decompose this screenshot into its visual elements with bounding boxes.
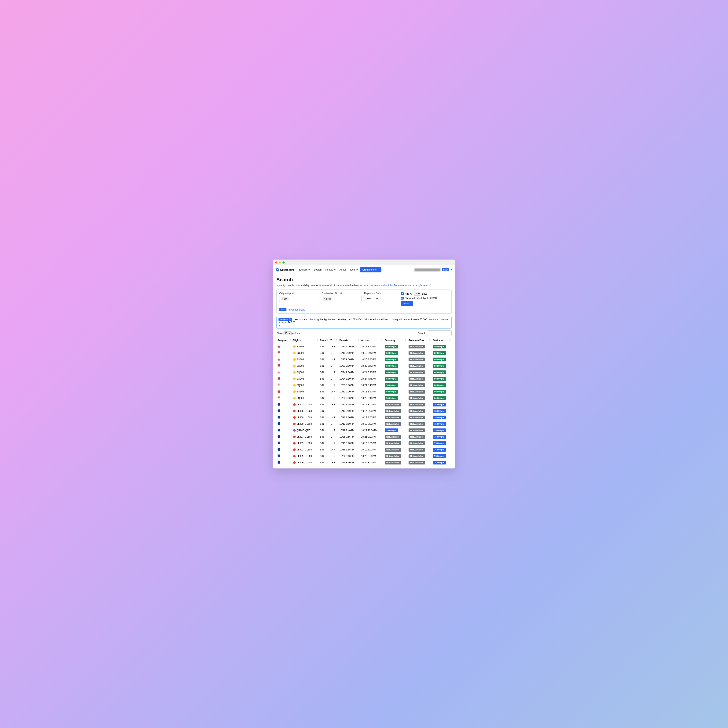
date-input[interactable] [364,296,398,301]
th-arrives[interactable]: Arrives [360,338,384,343]
search-button[interactable]: Search [401,301,413,306]
table-row[interactable]: 🔴UL309, UL503SINLHR10/16 8:10PM10/17 8:0… [277,414,451,421]
business-pill[interactable]: 80,000 pts [433,377,446,381]
premium-pill[interactable]: Not Available [408,435,425,439]
premium-pill[interactable]: Not Available [408,454,425,458]
premium-pill[interactable]: Not Available [408,377,425,381]
minimize-dot[interactable] [279,262,281,263]
table-row[interactable]: 🟣QR945, QR5SINLHR10/19 2:40AM10/19 10:00… [277,427,451,434]
table-row[interactable]: 🔴UL309, UL503SINLHR10/22 8:10PM10/23 8:0… [277,453,451,459]
swap-icon-2[interactable]: ⇄ [343,292,345,295]
days-select[interactable]: 7 [414,292,421,295]
table-row[interactable]: 🔴UL309, UL503SINLHR10/23 8:10PM10/24 8:0… [277,459,451,466]
business-pill[interactable]: 80,000 pts [433,370,446,374]
origin-input[interactable]: ×SIN [279,296,319,302]
table-row[interactable]: 🟡SQ306SINLHR10/24 1:10AM10/24 7:45AM50,0… [277,376,451,382]
premium-pill[interactable]: Not Available [408,461,425,465]
premium-pill[interactable]: Not Available [408,448,425,451]
premium-pill[interactable]: Not Available [408,409,425,413]
add-days-check[interactable]: Add +/- 7 days [401,292,449,295]
business-pill[interactable]: 80,000 pts [433,351,446,355]
premium-pill[interactable]: Not Available [408,358,425,361]
insight-close[interactable]: ✕ [278,324,281,327]
close-dot[interactable] [275,262,277,263]
table-row[interactable]: 🟡SQ308SINLHR10/21 9:00AM10/21 3:40PM50,0… [277,382,451,388]
premium-pill[interactable]: Not Available [408,396,425,400]
business-pill[interactable]: 75,000 pts [433,461,446,465]
economy-pill[interactable]: Not Available [385,435,401,439]
table-row[interactable]: 🟡SQ308SINLHR10/20 9:00AM10/20 3:40PM50,0… [277,395,451,401]
economy-pill[interactable]: 50,000 pts [385,364,398,368]
nav-search[interactable]: Search [312,267,323,272]
business-pill[interactable]: 80,000 pts [433,396,446,400]
dest-input[interactable]: ×LHR [322,296,361,302]
add-days-checkbox[interactable] [401,292,404,295]
economy-pill[interactable]: 50,000 pts [385,370,398,374]
advanced-filters-link[interactable]: Advanced filters [288,308,305,311]
table-row[interactable]: 🟡SQ308SINLHR10/17 9:00AM10/17 3:40PM50,0… [277,343,451,350]
th-economy[interactable]: Economy [384,338,407,343]
th-premium[interactable]: Premium Eco [407,338,431,343]
premium-pill[interactable]: Not Available [408,370,425,374]
table-search-input[interactable] [427,330,451,336]
table-row[interactable]: 🟡SQ308SINLHR10/11 9:00AM10/11 3:40PM50,0… [277,388,451,395]
user-menu-caret[interactable] [450,268,452,271]
business-pill[interactable]: 75,000 pts [433,403,446,407]
business-pill[interactable]: 75,000 pts [433,435,446,439]
table-row[interactable]: 🔴UL309, UL503SINLHR10/12 8:10PM10/13 8:0… [277,421,451,427]
economy-pill[interactable]: 50,000 pts [385,345,398,349]
business-pill[interactable]: 80,000 pts [433,345,446,349]
individual-check[interactable]: Show individual flights Beta [401,297,449,300]
economy-pill[interactable]: Not Available [385,416,401,419]
economy-pill[interactable]: 50,000 pts [385,396,398,400]
economy-pill[interactable]: Not Available [385,454,401,458]
premium-pill[interactable]: Not Available [408,422,425,426]
table-row[interactable]: 🟡SQ308SINLHR10/25 9:00AM10/25 3:40PM50,0… [277,356,451,362]
business-pill[interactable]: 75,000 pts [433,409,446,413]
business-pill[interactable]: 75,000 pts [433,428,446,432]
table-row[interactable]: 🔴UL309, UL503SINLHR10/15 8:10PM10/16 8:0… [277,440,451,447]
business-pill[interactable]: 75,000 pts [433,454,446,458]
th-from[interactable]: From [319,338,329,343]
economy-pill[interactable]: Not Available [385,448,401,451]
premium-pill[interactable]: Not Available [408,390,425,393]
premium-pill[interactable]: Not Available [408,351,425,355]
economy-pill[interactable]: Not Available [385,409,401,413]
economy-pill[interactable]: Not Available [385,403,401,407]
business-pill[interactable]: 75,000 pts [433,448,446,451]
th-flights[interactable]: Flights [292,338,319,343]
dest-tag-remove[interactable]: × [324,298,325,300]
nav-tools[interactable]: Tools [348,267,359,272]
premium-pill[interactable]: Not Available [408,403,425,407]
business-pill[interactable]: 80,000 pts [433,364,446,368]
example-search-link[interactable]: run an example search! [405,284,431,287]
economy-pill[interactable]: Not Available [385,422,401,426]
th-departs[interactable]: Departs [338,338,360,343]
origin-tag-remove[interactable]: × [282,298,283,300]
page-size-select[interactable]: 25 [283,331,292,335]
economy-pill[interactable]: 50,000 pts [385,390,398,393]
premium-pill[interactable]: Not Available [408,345,425,349]
business-pill[interactable]: 75,000 pts [433,416,446,419]
business-pill[interactable]: 80,000 pts [433,390,446,393]
th-business[interactable]: Business [431,338,451,343]
table-row[interactable]: 🟡SQ308SINLHR10/24 9:00AM10/24 3:40PM50,0… [277,369,451,376]
th-to[interactable]: To [329,338,338,343]
nav-about[interactable]: About [338,267,347,272]
maximize-dot[interactable] [283,262,284,263]
table-row[interactable]: 🟡SQ308SINLHR10/23 9:00AM10/23 3:40PM50,0… [277,362,451,369]
business-pill[interactable]: 75,000 pts [433,441,446,445]
premium-pill[interactable]: Not Available [408,428,425,432]
premium-pill[interactable]: Not Available [408,364,425,368]
learn-more-link[interactable]: Learn more about this feature [370,284,402,287]
economy-pill[interactable]: 35,000 pts [385,428,398,432]
table-row[interactable]: 🔴UL303, UL503SINLHR10/25 3:55PM10/26 8:0… [277,434,451,440]
economy-pill[interactable]: 50,000 pts [385,358,398,361]
premium-pill[interactable]: Not Available [408,441,425,445]
brand[interactable]: ✈ Seats.aero [276,268,295,271]
business-pill[interactable]: 75,000 pts [433,422,446,426]
th-program[interactable]: Program [277,338,292,343]
nav-routes[interactable]: Routes [324,267,337,272]
individual-checkbox[interactable] [401,297,404,300]
economy-pill[interactable]: 50,000 pts [385,377,398,381]
